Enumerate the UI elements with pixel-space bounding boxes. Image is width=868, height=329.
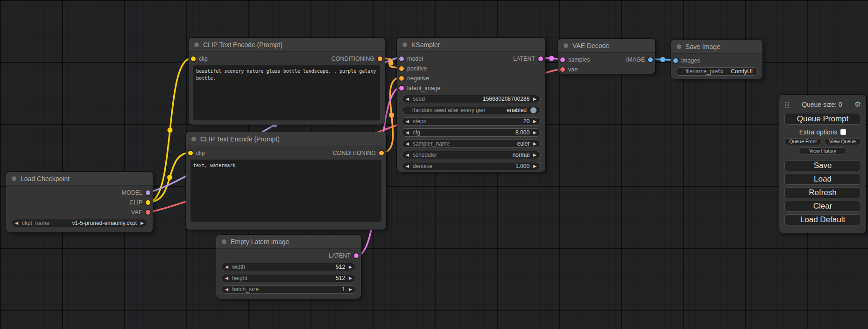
node-title: Save Image xyxy=(685,43,720,50)
denoise-stepper[interactable]: ◀ denoise 1.000 ▶ xyxy=(402,162,541,170)
node-ksampler[interactable]: KSampler model LATENT positive negative … xyxy=(397,38,545,172)
left-arrow-icon[interactable]: ◀ xyxy=(406,97,409,101)
node-title: CLIP Text Encode (Prompt) xyxy=(203,41,282,49)
collapse-dot-icon[interactable] xyxy=(402,42,407,47)
positive-input-slot[interactable] xyxy=(399,66,404,71)
node-empty-latent-image[interactable]: Empty Latent Image LATENT ◀ width 512 ▶ … xyxy=(216,235,361,299)
input-label: images xyxy=(681,57,700,64)
left-arrow-icon[interactable]: ◀ xyxy=(406,131,409,135)
node-clip-text-encode-positive[interactable]: CLIP Text Encode (Prompt) clip CONDITION… xyxy=(189,38,385,125)
view-history-button[interactable]: View History xyxy=(799,147,847,154)
prompt-textarea[interactable]: beautiful scenery nature glass bottle la… xyxy=(193,65,380,120)
random-seed-toggle[interactable]: Random seed after every gen enabled xyxy=(402,106,541,114)
right-arrow-icon[interactable]: ▶ xyxy=(533,97,536,101)
left-arrow-icon[interactable]: ◀ xyxy=(15,221,18,225)
output-label: MODEL xyxy=(122,189,142,196)
widget-label: width xyxy=(232,264,245,270)
steps-stepper[interactable]: ◀ steps 20 ▶ xyxy=(402,117,541,126)
save-button[interactable]: Save xyxy=(784,160,861,171)
widget-label: scheduler xyxy=(413,152,437,158)
seed-stepper[interactable]: ◀ seed 156680208700286 ▶ xyxy=(402,95,541,103)
link-dot xyxy=(549,56,554,61)
negative-input-slot[interactable] xyxy=(399,76,404,81)
right-arrow-icon[interactable]: ▶ xyxy=(141,221,144,225)
left-arrow-icon[interactable]: ◀ xyxy=(225,265,228,269)
collapse-dot-icon[interactable] xyxy=(677,44,681,49)
load-default-button[interactable]: Load Default xyxy=(784,214,861,225)
latent-output-slot[interactable] xyxy=(538,56,543,61)
vae-output-slot[interactable] xyxy=(146,210,150,215)
input-label: clip xyxy=(199,56,208,62)
left-arrow-icon[interactable]: ◀ xyxy=(406,164,409,168)
link-dot xyxy=(660,57,665,62)
scheduler-combo[interactable]: ◀ scheduler normal ▶ xyxy=(402,151,541,159)
prompt-textarea[interactable]: text, watermark xyxy=(191,160,381,222)
queue-prompt-button[interactable]: Queue Prompt xyxy=(784,113,861,125)
batch-size-stepper[interactable]: ◀ batch_size 1 ▶ xyxy=(221,285,356,294)
height-stepper[interactable]: ◀ height 512 ▶ xyxy=(221,274,356,282)
width-stepper[interactable]: ◀ width 512 ▶ xyxy=(221,263,356,271)
node-load-checkpoint[interactable]: Load Checkpoint MODEL CLIP VAE ◀ ckpt_na… xyxy=(6,172,153,232)
drag-handle-icon[interactable] xyxy=(784,101,790,108)
node-title-bar[interactable]: KSampler xyxy=(397,38,545,52)
collapse-dot-icon[interactable] xyxy=(191,137,196,141)
sampler-name-combo[interactable]: ◀ sampler_name euler ▶ xyxy=(402,140,541,148)
load-button[interactable]: Load xyxy=(784,174,861,185)
samples-input-slot[interactable] xyxy=(560,57,565,62)
right-arrow-icon[interactable]: ▶ xyxy=(533,119,536,124)
model-output-slot[interactable] xyxy=(146,190,150,195)
right-arrow-icon[interactable]: ▶ xyxy=(349,276,352,280)
widget-value: 20 xyxy=(523,118,529,125)
node-title-bar[interactable]: CLIP Text Encode (Prompt) xyxy=(189,38,385,52)
latent-image-input-slot[interactable] xyxy=(399,86,404,91)
collapse-dot-icon[interactable] xyxy=(12,176,16,181)
left-arrow-icon[interactable]: ◀ xyxy=(225,276,228,280)
node-title-bar[interactable]: VAE Decode xyxy=(558,39,655,53)
node-clip-text-encode-negative[interactable]: CLIP Text Encode (Prompt) clip CONDITION… xyxy=(186,132,386,230)
model-input-slot[interactable] xyxy=(399,56,404,61)
right-arrow-icon[interactable]: ▶ xyxy=(533,153,536,157)
collapse-dot-icon[interactable] xyxy=(194,42,199,47)
right-arrow-icon[interactable]: ▶ xyxy=(349,265,352,269)
latent-output-slot[interactable] xyxy=(354,253,359,258)
right-arrow-icon[interactable]: ▶ xyxy=(533,164,536,168)
output-label: VAE xyxy=(131,209,142,216)
right-arrow-icon[interactable]: ▶ xyxy=(533,131,536,135)
right-arrow-icon[interactable]: ▶ xyxy=(349,287,352,292)
queue-front-button[interactable]: Queue Front xyxy=(784,138,822,145)
link-dot xyxy=(168,128,173,133)
widget-value: v1-5-pruned-emaonly.ckpt xyxy=(72,220,137,226)
node-vae-decode[interactable]: VAE Decode samples IMAGE vae xyxy=(558,39,655,74)
node-save-image[interactable]: Save Image images filename_prefix ComfyU… xyxy=(671,40,762,79)
vae-input-slot[interactable] xyxy=(560,67,565,72)
left-arrow-icon[interactable]: ◀ xyxy=(406,119,409,124)
right-arrow-icon[interactable]: ▶ xyxy=(533,142,536,146)
gear-icon[interactable]: ⚙ xyxy=(854,101,861,108)
extra-options-checkbox[interactable] xyxy=(840,129,846,135)
image-output-slot[interactable] xyxy=(648,57,653,62)
node-graph-canvas[interactable]: Load Checkpoint MODEL CLIP VAE ◀ ckpt_na… xyxy=(0,0,868,329)
input-label: latent_image xyxy=(407,85,441,91)
conditioning-output-slot[interactable] xyxy=(378,56,382,61)
view-queue-button[interactable]: View Queue xyxy=(824,138,861,145)
cfg-stepper[interactable]: ◀ cfg 8.000 ▶ xyxy=(402,128,541,137)
left-arrow-icon[interactable]: ◀ xyxy=(406,142,409,146)
images-input-slot[interactable] xyxy=(673,58,678,63)
conditioning-output-slot[interactable] xyxy=(379,151,384,155)
node-title-bar[interactable]: Empty Latent Image xyxy=(216,235,361,249)
left-arrow-icon[interactable]: ◀ xyxy=(406,153,409,157)
left-arrow-icon[interactable]: ◀ xyxy=(225,287,228,292)
node-title-bar[interactable]: Load Checkpoint xyxy=(6,172,153,186)
clip-output-slot[interactable] xyxy=(146,200,150,205)
filename-prefix-field[interactable]: filename_prefix ComfyUI xyxy=(676,67,758,76)
clip-input-slot[interactable] xyxy=(188,151,193,155)
toggle-dot-icon[interactable] xyxy=(530,107,536,113)
clip-input-slot[interactable] xyxy=(191,56,196,61)
collapse-dot-icon[interactable] xyxy=(222,239,226,244)
clear-button[interactable]: Clear xyxy=(784,201,861,212)
collapse-dot-icon[interactable] xyxy=(564,43,568,48)
node-title-bar[interactable]: CLIP Text Encode (Prompt) xyxy=(186,132,386,146)
refresh-button[interactable]: Refresh xyxy=(784,187,861,198)
ckpt-name-combo[interactable]: ◀ ckpt_name v1-5-pruned-emaonly.ckpt ▶ xyxy=(11,219,148,227)
node-title-bar[interactable]: Save Image xyxy=(671,40,762,54)
